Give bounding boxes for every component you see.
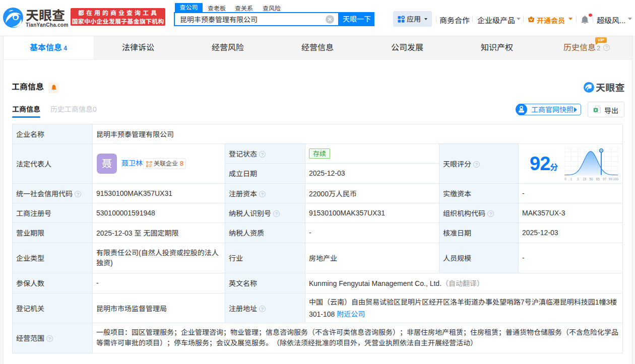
svg-text:100: 100 (613, 177, 618, 181)
svg-text:3: 3 (577, 177, 579, 181)
svg-text:97: 97 (603, 177, 607, 181)
svg-text:15: 15 (583, 177, 587, 181)
svg-text:0: 0 (564, 177, 566, 181)
svg-text:99: 99 (609, 177, 613, 181)
svg-text:企: 企 (148, 162, 152, 167)
svg-text:1: 1 (570, 177, 572, 181)
svg-text:50: 50 (589, 177, 593, 181)
svg-text:85: 85 (596, 177, 600, 181)
